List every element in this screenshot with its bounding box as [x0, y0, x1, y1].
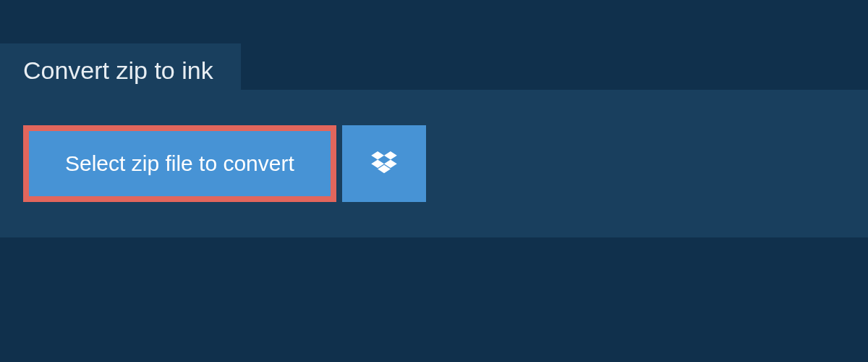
select-file-label: Select zip file to convert — [65, 151, 294, 176]
dropbox-icon — [371, 151, 397, 177]
dropbox-button[interactable] — [342, 125, 426, 202]
select-file-button[interactable]: Select zip file to convert — [23, 125, 336, 202]
upload-panel: Select zip file to convert — [0, 90, 868, 237]
button-group: Select zip file to convert — [23, 125, 426, 202]
